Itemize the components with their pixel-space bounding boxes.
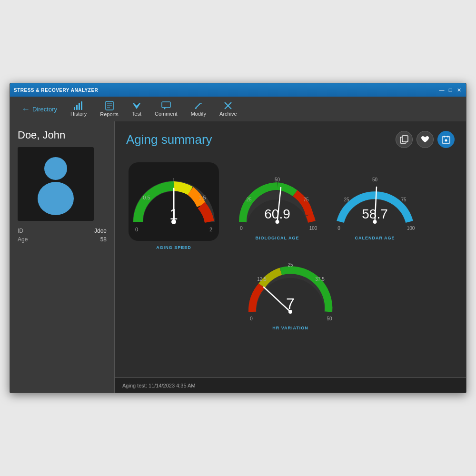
window-controls: — □ ✕ [438,87,462,93]
status-bar: Aging test: 11/14/2023 4:35 AM [115,377,466,393]
calendar-age-svg: 0 25 50 75 100 58.7 [333,167,416,234]
svg-text:58.7: 58.7 [362,207,388,221]
svg-marker-11 [164,108,166,109]
nav-directory-label: Directory [32,106,57,113]
patient-avatar [18,147,94,221]
nav-bar: ← Directory History Reports [10,97,466,121]
maximize-button[interactable]: □ [447,87,454,93]
svg-rect-0 [74,107,75,110]
nav-reports-label: Reports [100,111,119,117]
calendar-button[interactable] [437,131,455,148]
svg-text:75: 75 [401,197,407,202]
svg-rect-1 [76,105,78,110]
svg-text:1.5: 1.5 [198,195,206,200]
biological-age-label: BIOLOGICAL AGE [255,236,299,240]
svg-text:12.5: 12.5 [257,277,267,282]
copy-button[interactable] [396,131,413,148]
svg-text:0: 0 [337,226,340,231]
comment-icon [161,101,171,110]
health-button[interactable] [416,131,434,148]
patient-age-row: Age 58 [18,236,107,243]
svg-text:100: 100 [309,226,317,231]
app-window: STRESS & RECOVERY ANALYZER — □ ✕ ← Direc… [10,83,466,393]
calendar-age-gauge: 0 25 50 75 100 58.7 CALENDAR AGE [333,167,416,240]
section-header: Aging summary [126,131,455,148]
reports-icon [105,101,114,110]
svg-text:50: 50 [372,177,378,182]
svg-text:60.9: 60.9 [264,207,290,221]
biological-age-gauge: 0 25 50 75 100 60.9 BIOLOGICAL AGE [236,167,319,240]
svg-text:0: 0 [240,226,243,231]
svg-text:50: 50 [275,177,280,182]
hr-variation-gauge: 0 12.5 25 37.5 50 7 HR VARIATION [243,255,338,330]
content-area: Doe, John ID Jdoe Age 58 [10,121,466,393]
minimize-button[interactable]: — [438,87,445,93]
gauges-row-2: 0 12.5 25 37.5 50 7 HR VARIATION [126,255,455,330]
heart-icon [421,136,429,143]
gauges-row-1: 0 0.5 1 1.5 2 1 AGING SPEED [126,158,455,250]
nav-modify-label: Modify [191,111,206,117]
history-icon [74,101,83,110]
aging-speed-label: AGING SPEED [156,245,191,250]
nav-back-directory[interactable]: ← Directory [15,101,64,117]
nav-comment[interactable]: Comment [148,99,184,119]
nav-test[interactable]: Test [125,99,148,119]
svg-text:0.5: 0.5 [143,195,150,200]
age-label: Age [18,236,28,243]
svg-point-24 [445,139,447,142]
svg-text:0: 0 [250,316,253,321]
aging-speed-gauge: 0 0.5 1 1.5 2 1 AGING SPEED [126,158,221,250]
main-panel: Aging summary [115,121,466,393]
svg-point-18 [38,182,74,215]
biological-age-svg: 0 25 50 75 100 60.9 [236,167,319,234]
header-icons [396,131,455,148]
svg-point-17 [44,157,67,180]
svg-text:25: 25 [344,197,349,202]
svg-text:1: 1 [169,206,178,223]
aging-speed-svg: 0 0.5 1 1.5 2 1 [126,158,221,243]
test-icon [132,101,141,110]
avatar-silhouette-icon [32,153,79,215]
svg-text:7: 7 [286,295,295,312]
section-title: Aging summary [126,132,212,147]
svg-rect-3 [81,101,82,110]
nav-modify[interactable]: Modify [184,99,213,119]
nav-test-label: Test [132,111,141,117]
svg-text:0: 0 [135,227,138,232]
svg-text:50: 50 [327,316,332,321]
nav-archive[interactable]: Archive [213,99,244,119]
hr-variation-label: HR VARIATION [272,326,308,330]
svg-line-12 [195,103,200,109]
id-label: ID [18,228,23,234]
modify-icon [194,101,203,110]
svg-text:25: 25 [288,262,293,268]
svg-rect-20 [402,136,408,142]
svg-text:25: 25 [246,197,252,202]
patient-id-row: ID Jdoe [18,228,107,234]
nav-comment-label: Comment [155,111,178,117]
close-button[interactable]: ✕ [456,87,462,93]
status-text: Aging test: 11/14/2023 4:35 AM [122,383,196,388]
patient-name: Doe, John [18,129,65,141]
svg-line-14 [195,108,197,109]
nav-history[interactable]: History [64,99,93,119]
svg-text:2: 2 [209,227,212,232]
id-value: Jdoe [94,228,107,234]
svg-text:1: 1 [172,178,175,183]
calendar-person-icon [442,135,450,144]
svg-rect-10 [162,102,170,108]
svg-text:37.5: 37.5 [315,277,325,282]
nav-reports[interactable]: Reports [93,98,125,120]
nav-archive-label: Archive [219,111,237,117]
age-value: 58 [100,236,107,243]
patient-info: ID Jdoe Age 58 [18,228,107,243]
nav-history-label: History [70,111,87,117]
archive-icon [224,101,232,110]
svg-text:100: 100 [407,226,415,231]
hr-variation-svg: 0 12.5 25 37.5 50 7 [243,255,338,324]
copy-icon [400,135,408,144]
back-arrow-icon: ← [21,104,30,114]
title-bar: STRESS & RECOVERY ANALYZER — □ ✕ [10,83,466,97]
sidebar: Doe, John ID Jdoe Age 58 [10,121,115,393]
svg-text:75: 75 [303,197,309,202]
